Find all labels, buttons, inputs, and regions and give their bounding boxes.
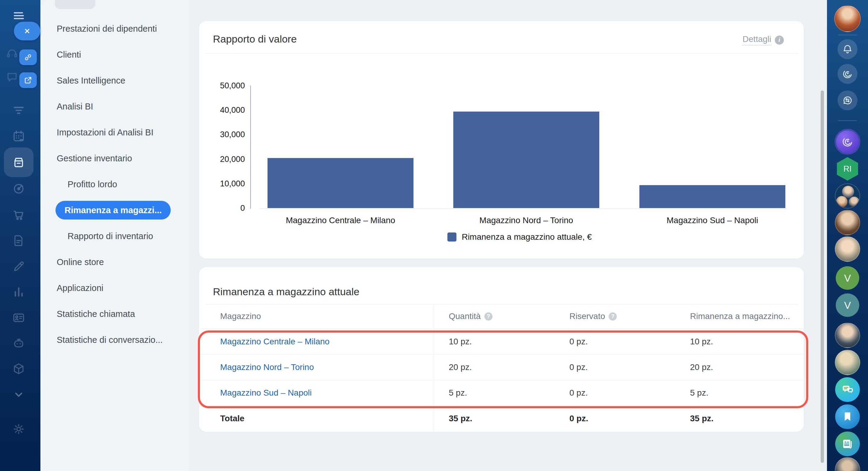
legend-label: Rimanenza a magazzino attuale, € <box>462 232 592 242</box>
reserved-value: 0 pz. <box>554 337 675 346</box>
box-icon[interactable] <box>12 362 26 376</box>
copilot-button[interactable] <box>838 64 858 84</box>
copilot-icon <box>842 68 853 80</box>
help-icon[interactable]: ? <box>484 312 493 320</box>
bar-3 <box>640 185 785 208</box>
chatswap-icon <box>842 95 853 106</box>
store-icon <box>12 155 26 169</box>
chevron-icon[interactable] <box>12 387 26 401</box>
y-tick-label: 50,000 <box>200 81 245 91</box>
chartbars-icon[interactable] <box>12 285 26 299</box>
sidebar-item-label: Rimanenza a magazzi... <box>56 201 171 220</box>
copy-link-button[interactable] <box>19 50 37 65</box>
copilot-active-button[interactable] <box>836 130 859 153</box>
warehouse-link[interactable]: Magazzino Centrale – Milano <box>220 337 330 346</box>
menu-scroll-ghost <box>55 0 95 9</box>
headset-icon <box>5 47 19 61</box>
close-menu-button[interactable] <box>14 22 40 40</box>
calendar-icon[interactable] <box>12 129 26 143</box>
y-tick-label: 20,000 <box>200 155 245 164</box>
chat-avatar-3[interactable] <box>835 323 860 348</box>
sidebar-item-applicazioni[interactable]: Applicazioni <box>40 275 190 301</box>
remaining-value: 20 pz. <box>675 363 804 372</box>
column-header-label: Quantità <box>449 312 481 321</box>
news-feed-icon[interactable] <box>835 432 860 456</box>
warehouse-link[interactable]: Magazzino Sud – Napoli <box>220 388 312 398</box>
x-icon <box>23 27 32 36</box>
sidebar-item-analisi-bi[interactable]: Analisi BI <box>40 93 190 119</box>
sidebar-item-impostazioni-di-analisi-bi[interactable]: Impostazioni di Analisi BI <box>40 119 190 145</box>
group-chat-avatar[interactable] <box>835 183 860 209</box>
column-header: Quantità? <box>434 312 554 321</box>
hamburger-menu-icon[interactable] <box>12 9 26 23</box>
bubbles-icon <box>841 383 855 397</box>
sidebar-item-profitto-lordo[interactable]: Profitto lordo <box>40 171 190 197</box>
sidebar-item-label: Profitto lordo <box>67 180 117 189</box>
sidebar-item-sales-intelligence[interactable]: Sales Intelligence <box>40 67 190 93</box>
total-quantity: 35 pz. <box>434 414 554 423</box>
table-totals-row: Totale35 pz.0 pz.35 pz. <box>199 406 804 431</box>
group-member-avatar <box>842 186 854 198</box>
sidebar-item-rimanenza-a-magazzi[interactable]: Rimanenza a magazzi... <box>40 197 190 223</box>
y-tick-label: 10,000 <box>200 179 245 188</box>
messenger-transfer-button[interactable] <box>838 91 858 111</box>
funnel-icon[interactable] <box>12 103 26 117</box>
sidebar-menu-panel: Prestazioni dei dipendentiClientiSales I… <box>40 0 190 471</box>
reserved-value: 0 pz. <box>554 363 675 372</box>
sidebar-item-label: Online store <box>57 257 104 267</box>
value-report-card: Rapporto di valore Dettagli i 010,00020,… <box>199 21 804 259</box>
gear-icon[interactable] <box>12 422 26 436</box>
sidebar-item-online-store[interactable]: Online store <box>40 249 190 275</box>
legend-swatch <box>447 232 456 242</box>
group-member-avatar <box>849 197 860 208</box>
quantity-value: 10 pz. <box>434 337 554 346</box>
sidebar-item-clienti[interactable]: Clienti <box>40 42 190 67</box>
sidebar-item-statistiche-chiamata[interactable]: Statistiche chiamata <box>40 301 190 327</box>
remaining-value: 10 pz. <box>675 337 804 346</box>
content-scrollbar[interactable] <box>820 91 824 463</box>
column-header: Riservato? <box>554 312 675 321</box>
open-external-button[interactable] <box>19 72 37 88</box>
current-user-avatar[interactable] <box>834 5 861 32</box>
x-axis-label: Magazzino Sud – Napoli <box>619 216 806 225</box>
chart-legend: Rimanenza a magazzino attuale, € <box>447 232 592 242</box>
notifications-button[interactable] <box>838 39 858 59</box>
sidebar-menu-list: Prestazioni dei dipendentiClientiSales I… <box>40 16 190 353</box>
chat-badge-v-teal[interactable]: V <box>836 293 859 317</box>
copilot-icon <box>841 135 854 148</box>
x-axis-label: Magazzino Nord – Torino <box>433 216 620 225</box>
rail-item-inventory-active[interactable] <box>4 148 33 177</box>
table-row: Magazzino Sud – Napoli5 pz.0 pz.5 pz. <box>199 380 804 406</box>
sidebar-item-rapporto-di-inventario[interactable]: Rapporto di inventario <box>40 223 190 249</box>
chat-avatar-4[interactable] <box>835 350 860 375</box>
sidebar-item-statistiche-di-conversazio[interactable]: Statistiche di conversazio... <box>40 327 190 353</box>
pen-icon[interactable] <box>12 260 26 274</box>
chat-badge-v-green[interactable]: V <box>836 266 859 290</box>
doc-icon[interactable] <box>12 234 26 248</box>
target-icon[interactable] <box>12 182 26 196</box>
idcard-icon[interactable] <box>12 311 26 324</box>
rail-divider <box>838 35 857 35</box>
robot-icon[interactable] <box>12 336 26 350</box>
chats-app-icon[interactable] <box>835 377 860 402</box>
table-row: Magazzino Centrale – Milano10 pz.0 pz.10… <box>199 329 804 354</box>
chatsq-icon <box>5 70 19 84</box>
chat-avatar-2[interactable] <box>835 237 860 262</box>
bar-chart-plot: 010,00020,00030,00040,00050,000Magazzino… <box>199 21 804 259</box>
y-tick-label: 40,000 <box>200 105 245 115</box>
chat-avatar-1[interactable] <box>835 210 860 235</box>
chat-badge-ri[interactable]: RI <box>836 157 859 181</box>
sidebar-item-label: Statistiche di conversazio... <box>57 335 162 345</box>
left-icon-rail <box>0 0 40 471</box>
sidebar-item-prestazioni-dei-dipendenti[interactable]: Prestazioni dei dipendenti <box>40 16 190 42</box>
x-baseline <box>259 208 787 209</box>
quantity-value: 5 pz. <box>434 388 554 398</box>
warehouse-link[interactable]: Magazzino Nord – Torino <box>220 363 314 372</box>
bar-2 <box>453 112 599 208</box>
reserved-value: 0 pz. <box>554 388 675 398</box>
cart-icon[interactable] <box>12 208 26 222</box>
chat-avatar-5[interactable] <box>835 457 860 471</box>
help-icon[interactable]: ? <box>609 312 617 320</box>
saved-messages-icon[interactable] <box>835 404 860 429</box>
sidebar-item-gestione-inventario[interactable]: Gestione inventario <box>40 145 190 171</box>
